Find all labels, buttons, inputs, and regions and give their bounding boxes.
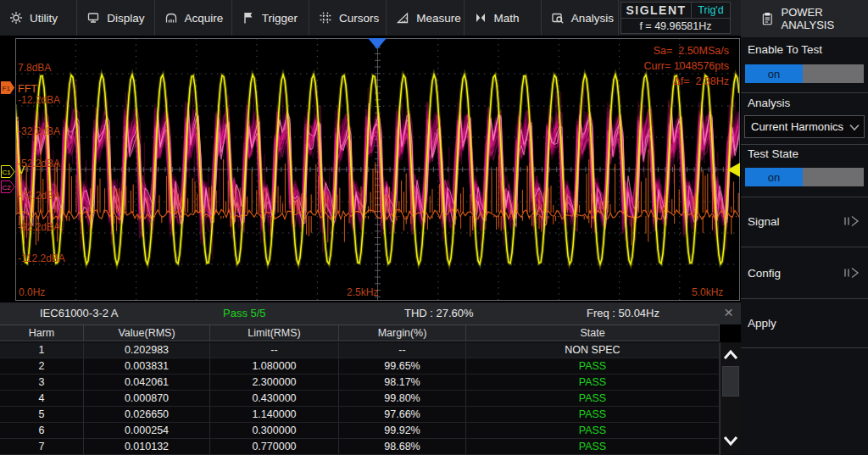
- table-cell: PASS: [466, 391, 720, 406]
- table-header-cell: Margin(%): [339, 325, 466, 341]
- enable-to-test-toggle[interactable]: on: [745, 64, 864, 83]
- menu-display[interactable]: Display: [77, 0, 154, 36]
- db-scale-label: -12.2dBA: [18, 94, 60, 106]
- apply-button[interactable]: Apply: [741, 298, 868, 347]
- display-icon: [86, 11, 100, 25]
- table-cell: PASS: [466, 423, 720, 438]
- table-cell: 0.003831: [84, 358, 210, 374]
- menu-trigger[interactable]: Trigger: [232, 0, 309, 36]
- menu-label: Measure: [416, 12, 461, 25]
- table-row[interactable]: 20.0038311.08000099.65%PASS: [0, 358, 720, 375]
- table-row[interactable]: 30.0420612.30000098.17%PASS: [0, 375, 720, 391]
- close-icon[interactable]: ×: [724, 303, 733, 322]
- panel-divider: [741, 347, 868, 348]
- frequency-counter-readout: f = 49.96581Hz: [620, 19, 731, 34]
- harmonics-table-header: HarmValue(RMS)Limit(RMS)Margin(%)State: [0, 325, 720, 341]
- c1-unit-tag: V: [18, 164, 25, 176]
- trigger-flag-icon: [242, 11, 255, 25]
- menu-measure[interactable]: Measure: [387, 0, 464, 36]
- chevron-down-icon: [723, 435, 738, 447]
- menu-label: Math: [494, 12, 520, 25]
- analysis-dropdown-value: Current Harmonics: [751, 120, 843, 133]
- menu-label: Cursors: [339, 12, 379, 25]
- table-row[interactable]: 50.0266501.14000097.66%PASS: [0, 407, 720, 423]
- acquisition-readout-line: Sa= 2.50MSa/s: [654, 45, 729, 57]
- toggle-on-label: on: [745, 168, 803, 186]
- submenu-arrow-icon: [843, 267, 860, 279]
- db-scale-label: 7.8dBA: [18, 62, 51, 74]
- panel-divider: [741, 144, 868, 145]
- table-row[interactable]: 40.0008700.43000099.80%PASS: [0, 391, 720, 407]
- table-cell: 97.66%: [339, 407, 466, 422]
- svg-text:C2: C2: [3, 184, 12, 191]
- apply-label: Apply: [748, 317, 776, 330]
- panel-header: POWER ANALYSIS: [741, 0, 868, 37]
- f1-channel-marker[interactable]: F1: [1, 81, 15, 94]
- table-row[interactable]: 70.0101320.77000098.68%PASS: [0, 439, 720, 455]
- top-menu-bar: Utility Display Acquire Trigger Cursors …: [0, 0, 741, 36]
- freq-axis-label: 2.5kHz: [347, 286, 378, 298]
- freq-axis-label: 0.0Hz: [19, 286, 45, 298]
- table-cell: 3: [0, 375, 84, 390]
- table-cell: --: [210, 342, 339, 358]
- table-cell: PASS: [466, 375, 720, 390]
- trigger-level-marker[interactable]: [727, 163, 740, 177]
- table-cell: 0.770000: [210, 439, 339, 454]
- menu-label: Analysis: [571, 12, 614, 25]
- config-menu-item[interactable]: Config: [741, 247, 868, 298]
- analysis-dropdown[interactable]: Current Harmonics: [744, 115, 865, 138]
- math-icon: [474, 11, 487, 25]
- oscilloscope-screen: Utility Display Acquire Trigger Cursors …: [0, 0, 868, 455]
- table-scrollbar: [720, 342, 741, 455]
- waveform-display: 7.8dBA-12.2dBA-32.2dBA-52.2dBA-72.2dBA-9…: [0, 36, 741, 302]
- table-row[interactable]: 60.0002540.30000099.92%PASS: [0, 423, 720, 439]
- cursors-icon: [319, 11, 332, 25]
- menu-label: Acquire: [185, 12, 224, 25]
- config-label: Config: [748, 266, 781, 279]
- freq-axis-label: 5.0kHz: [692, 286, 723, 298]
- chevron-down-icon: [849, 124, 860, 131]
- table-cell: PASS: [466, 407, 720, 422]
- table-cell: 7: [0, 439, 84, 454]
- acquire-icon: [164, 11, 178, 25]
- table-cell: 98.17%: [339, 375, 466, 390]
- waveform-plot: [15, 38, 740, 301]
- db-scale-label: -92.2dBA: [18, 221, 60, 233]
- menu-utility[interactable]: Utility: [0, 0, 77, 36]
- menu-analysis[interactable]: Analysis: [542, 0, 619, 36]
- table-row[interactable]: 10.202983----NON SPEC: [0, 342, 720, 358]
- panel-title: POWER ANALYSIS: [782, 6, 868, 31]
- submenu-arrow-icon: [843, 215, 860, 227]
- scrollbar-thumb[interactable]: [722, 366, 739, 397]
- panel-divider: [741, 92, 868, 93]
- table-cell: 4: [0, 391, 84, 406]
- table-cell: 0.000254: [84, 423, 210, 438]
- table-cell: 2.300000: [210, 375, 339, 390]
- trigger-position-marker[interactable]: [367, 38, 387, 50]
- c2-channel-marker[interactable]: C2: [1, 180, 15, 193]
- table-cell: 0.026650: [84, 407, 210, 422]
- freq-readout: Freq : 50.04Hz: [587, 307, 659, 319]
- table-cell: 0.430000: [210, 391, 339, 406]
- test-state-label: Test State: [748, 147, 798, 160]
- menu-math[interactable]: Math: [465, 0, 542, 36]
- table-cell: 99.80%: [339, 391, 466, 406]
- test-state-toggle[interactable]: on: [745, 168, 864, 186]
- signal-label: Signal: [748, 215, 780, 228]
- table-cell: 1: [0, 342, 84, 358]
- db-scale-label: -112.2dBA: [18, 252, 65, 264]
- menu-cursors[interactable]: Cursors: [309, 0, 387, 36]
- thd-readout: THD : 27.60%: [404, 307, 474, 319]
- scroll-up-button[interactable]: [721, 344, 741, 366]
- chevron-up-icon: [723, 349, 738, 361]
- scroll-down-button[interactable]: [721, 430, 741, 452]
- table-cell: 98.68%: [339, 439, 466, 454]
- signal-menu-item[interactable]: Signal: [741, 197, 868, 246]
- fft-trace-tag: FFT: [18, 83, 37, 95]
- menu-acquire[interactable]: Acquire: [155, 0, 232, 36]
- table-cell: 0.010132: [84, 439, 210, 454]
- c1-channel-marker[interactable]: C1: [1, 165, 15, 178]
- acquisition-readout-line: Curr= 1048576pts: [644, 60, 729, 72]
- harmonics-table-body: 10.202983----NON SPEC20.0038311.08000099…: [0, 342, 720, 455]
- table-cell: 2: [0, 358, 84, 374]
